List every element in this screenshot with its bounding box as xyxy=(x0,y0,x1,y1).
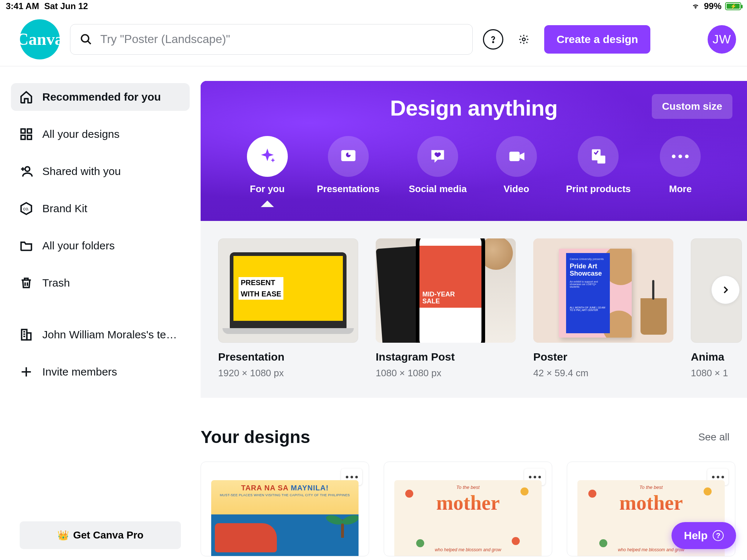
template-title: Poster xyxy=(533,351,673,363)
folder-icon xyxy=(19,238,34,253)
svg-text:co.: co. xyxy=(23,206,30,211)
hero-tab-for-you[interactable]: For you xyxy=(247,136,288,195)
template-dimensions: 1080 × 1080 px xyxy=(376,368,516,379)
question-mark-icon: ? xyxy=(713,530,724,541)
sparkle-icon xyxy=(258,147,277,166)
svg-rect-7 xyxy=(27,135,31,139)
custom-size-button[interactable]: Custom size xyxy=(652,94,732,119)
gear-icon xyxy=(518,34,529,45)
hero-tab-presentations[interactable]: Presentations xyxy=(317,136,380,195)
sidebar-item-all-designs[interactable]: All your designs xyxy=(11,120,190,148)
template-card-instagram[interactable]: MID-YEARSALE Instagram Post 1080 × 1080 … xyxy=(376,238,516,379)
scroll-next-button[interactable] xyxy=(711,276,740,304)
trash-icon xyxy=(19,276,34,290)
search-icon xyxy=(80,33,92,46)
hero-tab-print[interactable]: Print products xyxy=(566,136,631,195)
device-status-bar: 3:41 AM Sat Jun 12 99% ⚡ xyxy=(0,0,747,12)
create-design-button[interactable]: Create a design xyxy=(544,25,650,54)
see-all-link[interactable]: See all xyxy=(698,431,729,443)
template-card-poster[interactable]: Canva University presents Pride ArtShowc… xyxy=(533,238,673,379)
help-label: Help xyxy=(684,529,708,542)
people-plus-icon xyxy=(19,164,34,179)
sidebar-item-team[interactable]: John William Morales's tea… xyxy=(11,321,190,349)
sidebar-item-label: Recommended for you xyxy=(42,91,161,103)
help-center-button[interactable] xyxy=(483,29,503,50)
svg-point-8 xyxy=(25,167,30,171)
design-card[interactable]: To the best mother who helped me blossom… xyxy=(384,462,552,556)
main-content: Custom size Design anything For you Pres… xyxy=(201,66,747,560)
hero-tab-label: Presentations xyxy=(317,183,380,195)
grid-icon xyxy=(19,127,34,141)
sidebar-item-label: Trash xyxy=(42,277,70,289)
template-dimensions: 1080 × 1 xyxy=(691,368,742,379)
template-title: Anima xyxy=(691,351,742,363)
user-avatar[interactable]: JW xyxy=(708,25,736,54)
sidebar-item-invite[interactable]: Invite members xyxy=(11,358,190,386)
hero-category-tabs: For you Presentations Social media Video xyxy=(215,136,732,195)
sidebar-item-label: John William Morales's tea… xyxy=(42,328,177,341)
template-thumbnail: Canva University presents Pride ArtShowc… xyxy=(533,238,673,343)
search-field[interactable] xyxy=(70,24,473,55)
battery-icon: ⚡ xyxy=(725,2,741,10)
app-header: Canva Create a design JW xyxy=(0,12,747,66)
get-pro-button[interactable]: 👑 Get Canva Pro xyxy=(20,521,181,549)
hero-tab-social[interactable]: Social media xyxy=(409,136,467,195)
sidebar-item-label: Brand Kit xyxy=(42,202,87,215)
svg-rect-4 xyxy=(21,129,25,133)
svg-point-0 xyxy=(81,35,89,42)
hero-tab-label: Video xyxy=(503,183,529,195)
sidebar-item-trash[interactable]: Trash xyxy=(11,269,190,297)
building-icon xyxy=(19,327,34,342)
design-card[interactable]: TARA NA SA MAYNILA! MUST-SEE PLACES WHEN… xyxy=(201,462,369,556)
settings-button[interactable] xyxy=(514,29,534,50)
sidebar-item-label: All your designs xyxy=(42,128,120,140)
sidebar-item-label: All your folders xyxy=(42,240,115,252)
svg-rect-5 xyxy=(27,129,31,133)
template-thumbnail: PRESENT WITH EASE xyxy=(218,238,358,343)
status-time: 3:41 AM xyxy=(6,1,39,11)
wifi-icon xyxy=(691,3,700,10)
chevron-right-icon xyxy=(720,285,731,295)
template-dimensions: 42 × 59.4 cm xyxy=(533,368,673,379)
your-designs-row: TARA NA SA MAYNILA! MUST-SEE PLACES WHEN… xyxy=(201,462,747,556)
heart-bubble-icon xyxy=(428,147,447,166)
template-card-presentation[interactable]: PRESENT WITH EASE Presentation 1920 × 10… xyxy=(218,238,358,379)
help-bubble-button[interactable]: Help ? xyxy=(671,522,736,549)
hero-tab-label: For you xyxy=(250,183,285,195)
more-icon xyxy=(672,155,689,158)
svg-rect-20 xyxy=(597,156,605,164)
presentation-icon xyxy=(339,147,358,166)
hero-banner: Custom size Design anything For you Pres… xyxy=(201,81,747,221)
sidebar-item-label: Shared with you xyxy=(42,165,121,178)
sidebar-item-folders[interactable]: All your folders xyxy=(11,232,190,260)
hero-tab-label: Print products xyxy=(566,183,631,195)
sidebar-item-shared[interactable]: Shared with you xyxy=(11,158,190,185)
svg-line-1 xyxy=(88,41,91,44)
hero-tab-more[interactable]: More xyxy=(660,136,701,195)
get-pro-label: Get Canva Pro xyxy=(73,529,144,541)
your-designs-heading: Your designs xyxy=(201,427,310,447)
template-title: Instagram Post xyxy=(376,351,516,363)
template-card-animated[interactable]: Anima 1080 × 1 xyxy=(691,238,742,379)
template-thumbnail: MID-YEARSALE xyxy=(376,238,516,343)
hero-tab-video[interactable]: Video xyxy=(496,136,537,195)
sidebar-item-label: Invite members xyxy=(42,366,117,378)
svg-rect-6 xyxy=(21,135,25,139)
print-icon xyxy=(589,147,608,166)
video-icon xyxy=(507,147,526,166)
svg-point-2 xyxy=(493,42,494,43)
svg-rect-18 xyxy=(509,152,519,161)
question-icon xyxy=(488,34,499,45)
co-badge-icon: co. xyxy=(19,201,34,216)
home-icon xyxy=(19,90,34,104)
sidebar-item-recommended[interactable]: Recommended for you xyxy=(11,83,190,111)
canva-logo[interactable]: Canva xyxy=(20,19,60,59)
hero-tab-label: Social media xyxy=(409,183,467,195)
sidebar: Recommended for you All your designs Sha… xyxy=(0,66,201,560)
plus-icon xyxy=(19,365,34,379)
sidebar-item-brand-kit[interactable]: co. Brand Kit xyxy=(11,195,190,222)
search-input[interactable] xyxy=(100,32,463,46)
status-date: Sat Jun 12 xyxy=(44,1,88,11)
template-title: Presentation xyxy=(218,351,358,363)
template-dimensions: 1920 × 1080 px xyxy=(218,368,358,379)
